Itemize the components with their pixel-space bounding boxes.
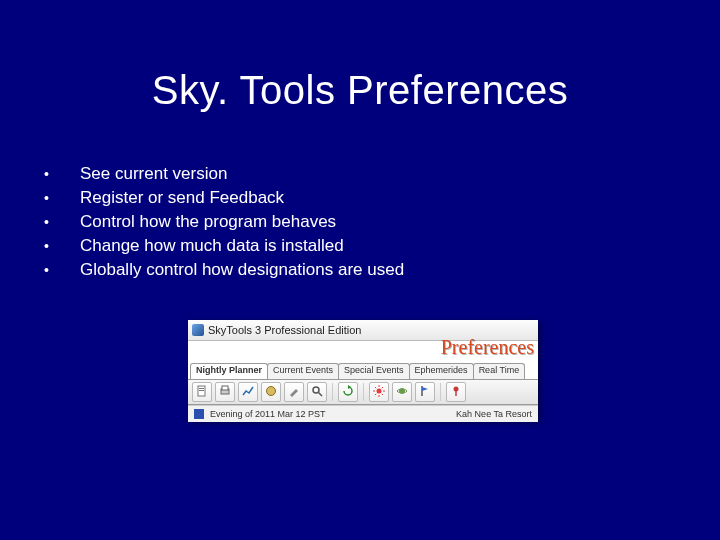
refresh-icon (342, 383, 354, 401)
svg-point-5 (267, 387, 276, 396)
svg-line-14 (382, 394, 383, 395)
planet-icon (396, 383, 408, 401)
flag-icon (419, 383, 431, 401)
svg-point-6 (313, 387, 319, 393)
svg-line-16 (382, 387, 383, 388)
slide: Sky. Tools Preferences • See current ver… (0, 0, 720, 540)
tab-current-events[interactable]: Current Events (267, 363, 339, 379)
toolbar-button[interactable] (238, 382, 258, 402)
toolbar-button[interactable] (446, 382, 466, 402)
toolbar-button[interactable] (338, 382, 358, 402)
svg-line-13 (375, 387, 376, 388)
status-date-text: Evening of 2011 Mar 12 PST (210, 409, 326, 419)
bullet-item: • Register or send Feedback (40, 186, 680, 210)
bullet-text: Globally control how designations are us… (80, 258, 680, 282)
toolbar-button[interactable] (192, 382, 212, 402)
globe-icon (265, 383, 277, 401)
tab-real-time[interactable]: Real Time (473, 363, 526, 379)
slide-title: Sky. Tools Preferences (0, 68, 720, 113)
search-icon (311, 383, 323, 401)
tab-ephemerides[interactable]: Ephemerides (409, 363, 474, 379)
toolbar-button[interactable] (415, 382, 435, 402)
embedded-screenshot: SkyTools 3 Professional Edition Preferen… (188, 320, 538, 420)
preferences-overlay-label: Preferences (441, 336, 534, 359)
svg-line-15 (375, 394, 376, 395)
toolbar-button[interactable] (369, 382, 389, 402)
bullet-text: See current version (80, 162, 680, 186)
toolbar-separator (363, 383, 364, 401)
bullet-marker: • (40, 162, 80, 186)
svg-rect-2 (199, 390, 204, 391)
toolbar-button[interactable] (392, 382, 412, 402)
bullet-item: • Change how much data is installed (40, 234, 680, 258)
chart-icon (242, 383, 254, 401)
bullet-list: • See current version • Register or send… (40, 162, 680, 282)
tab-bar: Nightly Planner Current Events Special E… (188, 363, 538, 379)
toolbar-separator (332, 383, 333, 401)
status-location-text: Kah Nee Ta Resort (456, 409, 532, 419)
window-title-text: SkyTools 3 Professional Edition (208, 324, 361, 336)
bullet-item: • Globally control how designations are … (40, 258, 680, 282)
pin-icon (450, 383, 462, 401)
toolbar (188, 379, 538, 405)
toolbar-button[interactable] (284, 382, 304, 402)
tool-icon (288, 383, 300, 401)
toolbar-button[interactable] (261, 382, 281, 402)
tab-special-events[interactable]: Special Events (338, 363, 410, 379)
toolbar-button[interactable] (307, 382, 327, 402)
print-icon (219, 383, 231, 401)
bullet-text: Control how the program behaves (80, 210, 680, 234)
sun-icon (373, 383, 385, 401)
tab-nightly-planner[interactable]: Nightly Planner (190, 363, 268, 379)
toolbar-button[interactable] (215, 382, 235, 402)
bullet-item: • See current version (40, 162, 680, 186)
bullet-text: Register or send Feedback (80, 186, 680, 210)
bullet-marker: • (40, 186, 80, 210)
bullet-marker: • (40, 258, 80, 282)
status-bar: Evening of 2011 Mar 12 PST Kah Nee Ta Re… (188, 405, 538, 422)
svg-point-20 (454, 387, 459, 392)
bullet-marker: • (40, 210, 80, 234)
toolbar-separator (440, 383, 441, 401)
app-icon (192, 324, 204, 336)
status-indicator-icon (194, 409, 204, 419)
svg-rect-4 (222, 386, 228, 390)
document-icon (196, 383, 208, 401)
bullet-text: Change how much data is installed (80, 234, 680, 258)
svg-point-8 (377, 389, 382, 394)
bullet-item: • Control how the program behaves (40, 210, 680, 234)
svg-point-17 (399, 388, 405, 394)
svg-line-7 (319, 393, 323, 397)
bullet-marker: • (40, 234, 80, 258)
svg-rect-1 (199, 388, 204, 389)
